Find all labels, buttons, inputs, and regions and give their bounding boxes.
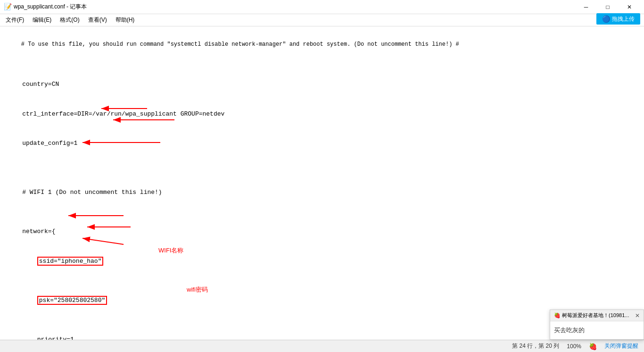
menu-view[interactable]: 查看(V) bbox=[84, 15, 111, 25]
line-blank4 bbox=[8, 208, 636, 218]
line-blank3 bbox=[8, 168, 636, 178]
menubar: 文件(F) 编辑(E) 格式(O) 查看(V) 帮助(H) bbox=[0, 14, 644, 26]
line-ctrl-interface: ctrl_interface=DIR=/var/run/wpa_supplica… bbox=[8, 100, 636, 129]
menu-edit[interactable]: 编辑(E) bbox=[29, 15, 55, 25]
line-psk1: psk="258025802580" wifi密码 bbox=[8, 286, 636, 325]
notification-title: 🍓 树莓派爱好者基地！(10981... bbox=[554, 312, 629, 319]
menu-format[interactable]: 格式(O) bbox=[56, 15, 83, 25]
minimize-button[interactable]: ─ bbox=[575, 0, 597, 14]
line-blank2 bbox=[8, 159, 636, 168]
upload-button[interactable]: 🔵 拖拽上传 bbox=[596, 13, 640, 25]
line-blank1 bbox=[8, 60, 636, 70]
titlebar-controls: ─ □ ✕ bbox=[575, 0, 640, 14]
statusbar-right: 第 24 行，第 20 列 100% 🍓 关闭弹窗提醒 bbox=[512, 342, 638, 350]
close-popup-link[interactable]: 关闭弹窗提醒 bbox=[604, 342, 638, 350]
line-comment: # To use this file, you should run comma… bbox=[8, 31, 636, 59]
line-country: country=CN bbox=[8, 70, 636, 99]
line-priority1: priority=1 bbox=[8, 325, 636, 340]
upload-icon: 🔵 bbox=[602, 15, 610, 23]
strawberry-icon: 🍓 bbox=[589, 343, 597, 350]
wifi-password-annotation-1: wifi密码 bbox=[187, 285, 208, 295]
notification-close-button[interactable]: ✕ bbox=[635, 312, 640, 319]
titlebar: 📝 wpa_supplicant.conf - 记事本 ─ □ ✕ bbox=[0, 0, 644, 14]
statusbar: 第 24 行，第 20 列 100% 🍓 关闭弹窗提醒 bbox=[0, 340, 644, 352]
wifi-name-annotation-1: WIFI名称 bbox=[158, 246, 183, 256]
maximize-button[interactable]: □ bbox=[597, 0, 619, 14]
editor-area[interactable]: # To use this file, you should run comma… bbox=[0, 26, 644, 340]
titlebar-icon: 📝 wpa_supplicant.conf - 记事本 bbox=[4, 3, 87, 11]
psk1-box: psk="258025802580" bbox=[37, 296, 107, 305]
notification-header: 🍓 树莓派爱好者基地！(10981... ✕ bbox=[550, 310, 644, 321]
line-ssid1: ssid="iphone_hao" WIFI名称 bbox=[8, 247, 636, 286]
line-update-config: update_config=1 bbox=[8, 129, 636, 158]
close-button[interactable]: ✕ bbox=[619, 0, 640, 14]
notification-popup: 🍓 树莓派爱好者基地！(10981... ✕ 买去吃灰的 bbox=[550, 310, 644, 340]
zoom-level: 100% bbox=[567, 343, 581, 350]
app-icon: 📝 bbox=[4, 3, 12, 11]
notification-body: 买去吃灰的 bbox=[550, 321, 644, 339]
line-network1-open: network={ bbox=[8, 217, 636, 246]
ssid1-box: ssid="iphone_hao" bbox=[37, 257, 104, 266]
line-wifi1-comment: # WIFI 1 (Do not uncomment this line!) bbox=[8, 178, 636, 207]
cursor-position: 第 24 行，第 20 列 bbox=[512, 342, 559, 350]
notification-text: 买去吃灰的 bbox=[554, 327, 585, 334]
menu-help[interactable]: 帮助(H) bbox=[112, 15, 139, 25]
titlebar-title: wpa_supplicant.conf - 记事本 bbox=[14, 3, 87, 11]
upload-label: 拖拽上传 bbox=[612, 15, 635, 23]
menu-file[interactable]: 文件(F) bbox=[2, 15, 28, 25]
